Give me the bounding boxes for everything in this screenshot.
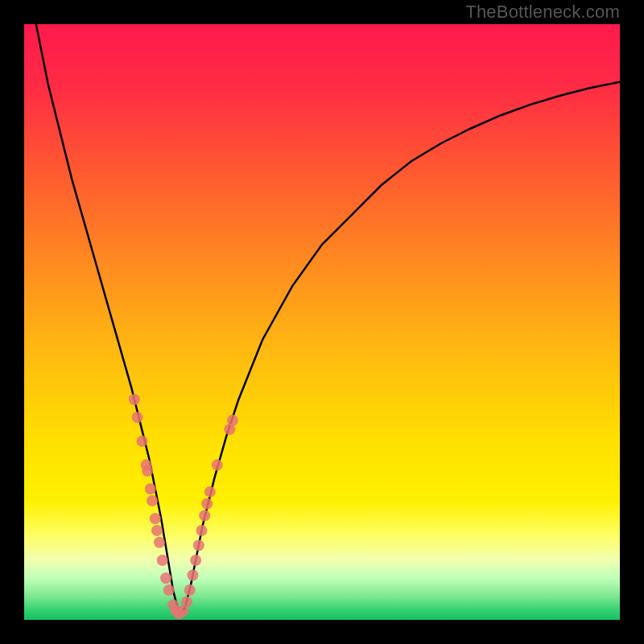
sample-dot (132, 411, 143, 423)
bottleneck-curve (24, 24, 620, 614)
chart-svg (24, 24, 620, 620)
sample-dot (142, 465, 153, 477)
sample-dot (147, 495, 158, 506)
sample-dot (154, 537, 165, 548)
sample-dot (201, 498, 213, 510)
sample-dot (227, 415, 238, 426)
sample-dot (137, 436, 148, 447)
plot-area (24, 24, 620, 620)
sample-dot (160, 572, 171, 584)
sample-dot (129, 394, 140, 405)
sample-dot (196, 525, 208, 536)
sample-dot (204, 486, 216, 497)
sample-dot (190, 555, 201, 566)
sample-dot (193, 540, 204, 551)
sample-dot (151, 525, 163, 536)
sample-dot (150, 513, 161, 524)
outer-frame: TheBottleneck.com (0, 0, 644, 644)
sample-dot (157, 555, 168, 566)
sample-dot (212, 460, 223, 471)
sample-dot (145, 483, 156, 494)
sample-dot (184, 584, 196, 596)
sample-dot (199, 510, 210, 522)
sample-dot (163, 584, 175, 596)
sample-dots (129, 394, 238, 619)
watermark-text: TheBottleneck.com (465, 2, 620, 23)
sample-dot (181, 597, 192, 608)
sample-dot (187, 570, 198, 581)
